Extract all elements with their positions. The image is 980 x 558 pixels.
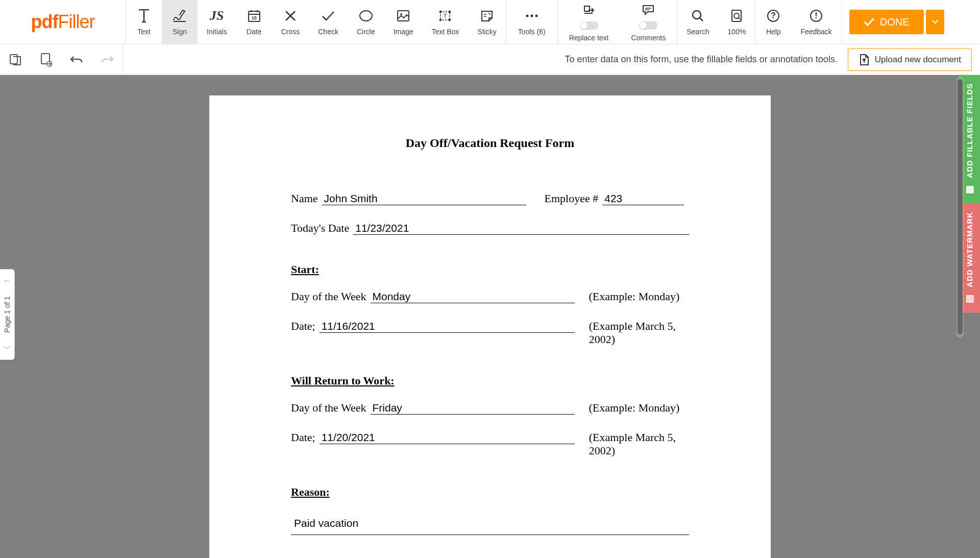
comments-toggle[interactable]: Comments xyxy=(620,0,677,44)
watermark-icon: ▤ xyxy=(964,293,975,304)
svg-point-2 xyxy=(360,11,372,21)
reason-field-2[interactable] xyxy=(291,535,689,558)
reason-lines: Paid vacation xyxy=(291,512,689,558)
name-label: Name xyxy=(291,192,318,205)
feedback-button[interactable]: ! Feedback xyxy=(791,0,841,44)
dow-label-2: Day of the Week xyxy=(291,401,366,415)
reason-field-1[interactable]: Paid vacation xyxy=(291,512,689,535)
page-navigator: ︿ Page 1 of 1 ﹀ xyxy=(0,269,15,360)
replace-toggle-pill xyxy=(580,21,598,30)
return-dow-field[interactable]: Friday xyxy=(371,400,575,415)
help-button[interactable]: ? Help xyxy=(755,0,791,44)
sign-tool[interactable]: Sign xyxy=(162,0,198,44)
cross-icon xyxy=(284,8,297,23)
upload-icon xyxy=(859,54,870,66)
employee-label: Employee # xyxy=(545,192,599,205)
page-up[interactable]: ︿ xyxy=(4,276,11,285)
search-button[interactable]: Search xyxy=(677,0,718,44)
svg-rect-9 xyxy=(449,19,451,21)
start-date-field[interactable]: 11/16/2021 xyxy=(320,319,575,333)
comments-icon xyxy=(642,2,655,17)
start-dow-row: Day of the Week Monday (Example: Monday) xyxy=(291,289,689,303)
text-icon xyxy=(138,8,150,23)
svg-rect-7 xyxy=(449,11,451,13)
scrollbar[interactable] xyxy=(957,77,964,337)
date-example-2: (Example March 5, 2002) xyxy=(589,431,689,457)
svg-text:15: 15 xyxy=(252,15,257,20)
sticky-icon xyxy=(480,8,494,23)
svg-text:?: ? xyxy=(771,11,776,20)
textbox-tool[interactable]: T Text Box xyxy=(423,0,469,44)
zoom-button[interactable]: 100% xyxy=(719,0,755,44)
return-date-field[interactable]: 11/20/2021 xyxy=(320,430,575,444)
done-dropdown[interactable] xyxy=(926,10,944,34)
tools-menu[interactable]: Tools (6) xyxy=(506,0,557,44)
logo-part2: Filler xyxy=(58,11,94,33)
dow-label-1: Day of the Week xyxy=(291,290,366,303)
reason-header: Reason: xyxy=(291,486,689,499)
document-area[interactable]: Day Off/Vacation Request Form Name John … xyxy=(0,75,980,558)
tool-group-tools: Tools (6) xyxy=(506,0,558,44)
date-tool[interactable]: 15 Date xyxy=(236,0,272,44)
date-example-1: (Example March 5, 2002) xyxy=(589,320,689,346)
export-button[interactable] xyxy=(31,44,61,75)
page-indicator: Page 1 of 1 xyxy=(3,292,11,337)
document-page[interactable]: Day Off/Vacation Request Form Name John … xyxy=(209,95,771,558)
svg-rect-8 xyxy=(439,19,442,21)
return-header: Will Return to Work: xyxy=(291,374,689,387)
start-header: Start: xyxy=(291,263,689,276)
image-icon xyxy=(397,8,410,23)
return-dow-row: Day of the Week Friday (Example: Monday) xyxy=(291,400,689,415)
zoom-icon xyxy=(730,8,743,23)
image-tool[interactable]: Image xyxy=(384,0,423,44)
name-row: Name John Smith Employee # 423 xyxy=(291,191,689,205)
svg-rect-15 xyxy=(732,10,741,21)
tool-group-annotate: Text Sign JS Initials 15 Date Cross Chec… xyxy=(126,0,506,44)
secondary-toolbar: To enter data on this form, use the fill… xyxy=(0,44,980,75)
name-field[interactable]: John Smith xyxy=(322,191,526,205)
replace-text-toggle[interactable]: Replace text xyxy=(558,0,620,44)
start-dow-field[interactable]: Monday xyxy=(371,289,575,303)
scrollbar-thumb[interactable] xyxy=(958,79,963,334)
circle-tool[interactable]: Circle xyxy=(348,0,384,44)
dots-icon xyxy=(525,8,538,23)
hint-text: To enter data on this form, use the fill… xyxy=(565,54,848,65)
feedback-icon: ! xyxy=(810,8,823,23)
logo: pdfFiller xyxy=(0,0,126,44)
form-title: Day Off/Vacation Request Form xyxy=(291,136,689,150)
export-icon xyxy=(40,53,52,67)
sticky-tool[interactable]: Sticky xyxy=(468,0,505,44)
secondary-left-group xyxy=(0,44,123,75)
svg-point-12 xyxy=(530,15,533,17)
redo-button[interactable] xyxy=(92,44,122,75)
today-date-field[interactable]: 11/23/2021 xyxy=(353,221,689,235)
date-label-2: Date; xyxy=(291,431,315,444)
today-date-row: Today's Date 11/23/2021 xyxy=(291,221,689,235)
upload-button[interactable]: Upload new document xyxy=(848,48,972,71)
pages-icon xyxy=(9,53,22,66)
undo-button[interactable] xyxy=(61,44,92,75)
page-down[interactable]: ﹀ xyxy=(4,344,11,353)
textbox-icon: T xyxy=(438,8,452,23)
replace-text-icon xyxy=(582,2,596,17)
text-tool[interactable]: Text xyxy=(126,0,162,44)
initials-tool[interactable]: JS Initials xyxy=(198,0,236,44)
svg-rect-21 xyxy=(10,55,17,64)
svg-point-4 xyxy=(400,13,402,15)
search-icon xyxy=(691,8,704,23)
main-toolbar: pdfFiller Text Sign JS Initials 15 Date … xyxy=(0,0,980,44)
svg-point-11 xyxy=(526,15,528,17)
employee-field[interactable]: 423 xyxy=(602,191,684,205)
pages-button[interactable] xyxy=(0,44,31,75)
cross-tool[interactable]: Cross xyxy=(272,0,309,44)
tool-group-help: ? Help ! Feedback xyxy=(755,0,841,44)
check-tool[interactable]: Check xyxy=(309,0,348,44)
svg-text:T: T xyxy=(444,13,447,19)
tool-group-toggles: Replace text Comments xyxy=(558,0,678,44)
logo-part1: pdf xyxy=(31,11,58,33)
dow-example-1: (Example: Monday) xyxy=(589,290,680,303)
done-button[interactable]: DONE xyxy=(849,10,924,34)
svg-text:!: ! xyxy=(815,11,817,20)
today-date-label: Today's Date xyxy=(291,222,349,235)
done-check-icon xyxy=(864,17,875,27)
